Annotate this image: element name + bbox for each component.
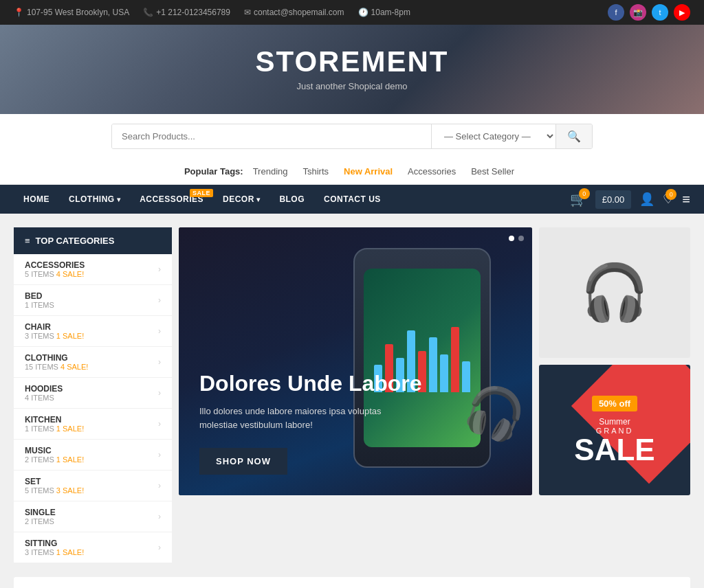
chevron-right-icon: ›	[158, 543, 161, 552]
sidebar-item-info: SITTING 3 ITEMS 1 SALE!	[25, 539, 84, 556]
right-panels: 🎧 50% off Summer GRAND SALE	[539, 227, 690, 563]
tag-accessories[interactable]: Accessories	[402, 164, 461, 179]
tag-best-seller[interactable]: Best Seller	[465, 164, 520, 179]
slider: 🎧 Dolores Unde Labore Illo dolores unde …	[179, 227, 532, 495]
sidebar-item-accessories[interactable]: ACCESSORIES 5 ITEMS 4 SALE! ›	[14, 254, 172, 285]
sidebar-item-info: HOODIES 4 ITEMS	[25, 384, 63, 402]
sidebar-item-chair[interactable]: CHAIR 3 ITEMS 1 SALE! ›	[14, 316, 172, 347]
sale-panel: 50% off Summer GRAND SALE	[539, 365, 690, 495]
chevron-right-icon: ›	[158, 419, 161, 429]
search-button[interactable]: 🔍	[556, 124, 592, 148]
sidebar-item-single[interactable]: SINGLE 2 ITEMS ›	[14, 501, 172, 532]
sidebar-item-sitting[interactable]: SITTING 3 ITEMS 1 SALE! ›	[14, 532, 172, 563]
nav-accessories[interactable]: ACCESSORIESSALE	[130, 185, 213, 214]
site-title: STOREMENT	[14, 45, 690, 78]
category-select[interactable]: — Select Category —	[432, 124, 556, 148]
cart-price: £0.00	[595, 190, 632, 209]
sidebar-item-clothing[interactable]: CLOTHING 15 ITEMS 4 SALE! ›	[14, 347, 172, 378]
sidebar-item-info: ACCESSORIES 5 ITEMS 4 SALE!	[25, 260, 85, 278]
nav-clothing[interactable]: CLOTHING ▾	[59, 185, 130, 214]
instagram-icon[interactable]: 📸	[630, 4, 646, 21]
chevron-right-icon: ›	[158, 264, 161, 274]
chevron-right-icon: ›	[158, 450, 161, 460]
sidebar-item-info: CHAIR 3 ITEMS 1 SALE!	[25, 322, 84, 340]
sidebar: ≡ TOP CATEGORIES ACCESSORIES 5 ITEMS 4 S…	[14, 227, 172, 563]
headphone-image: 🎧	[580, 260, 649, 325]
navbar: HOME CLOTHING ▾ ACCESSORIESSALE DECOR ▾ …	[0, 185, 704, 214]
sale-big-text: SALE	[574, 435, 654, 465]
list-icon: ≡	[25, 236, 30, 246]
cart-count: 0	[579, 188, 590, 199]
chevron-right-icon: ›	[158, 326, 161, 336]
nav-decor[interactable]: DECOR ▾	[213, 185, 270, 214]
top-bar-left: 📍 107-95 West Brooklyn, USA 📞 +1 212-012…	[14, 8, 410, 17]
chevron-right-icon: ›	[158, 388, 161, 398]
sidebar-item-info: CLOTHING 15 ITEMS 4 SALE!	[25, 353, 88, 371]
phone-icon: 📞	[143, 8, 153, 17]
nav-right: 🛒 0 £0.00 👤 ♡ 0 ≡	[570, 190, 690, 209]
search-input[interactable]	[112, 124, 431, 148]
sale-content: 50% off Summer GRAND SALE	[574, 396, 654, 465]
shop-now-button[interactable]: SHOP NOW	[199, 448, 287, 475]
dot-2[interactable]	[518, 236, 524, 241]
chevron-right-icon: ›	[158, 357, 161, 367]
headphone-panel: 🎧	[539, 227, 690, 358]
sidebar-item-info: KITCHEN 1 ITEMS 1 SALE!	[25, 415, 84, 433]
sidebar-header: ≡ TOP CATEGORIES	[14, 227, 172, 254]
chevron-right-icon: ›	[158, 512, 161, 521]
tag-new-arrival[interactable]: New Arrival	[338, 164, 398, 179]
sidebar-item-info: SET 5 ITEMS 3 SALE!	[25, 477, 84, 495]
clock-icon: 🕐	[358, 8, 368, 17]
slider-description: Illo dolores unde labore maiores ipsa vo…	[199, 405, 419, 431]
sidebar-item-info: BED 1 ITEMS	[25, 291, 54, 309]
dot-1[interactable]	[509, 236, 514, 241]
twitter-icon[interactable]: t	[652, 4, 668, 21]
user-button[interactable]: 👤	[639, 192, 654, 207]
youtube-icon[interactable]: ▶	[674, 4, 690, 21]
nav-left: HOME CLOTHING ▾ ACCESSORIESSALE DECOR ▾ …	[14, 185, 390, 214]
features-bar: ✈ FREE SHIPPING On all orders over $75.0…	[14, 577, 690, 588]
phone: 📞 +1 212-0123456789	[143, 8, 230, 17]
email: ✉ contact@shopemail.com	[244, 8, 344, 17]
location-icon: 📍	[14, 8, 24, 17]
popular-tags: Popular Tags: Trending Tshirts New Arriv…	[0, 159, 704, 185]
popular-tags-label: Popular Tags:	[184, 166, 243, 177]
sale-badge: SALE	[190, 189, 213, 197]
sidebar-items: ACCESSORIES 5 ITEMS 4 SALE! › BED 1 ITEM…	[14, 254, 172, 563]
tag-trending[interactable]: Trending	[248, 164, 294, 179]
main-content: ≡ TOP CATEGORIES ACCESSORIES 5 ITEMS 4 S…	[7, 220, 697, 570]
cart-button[interactable]: 🛒 0	[570, 191, 587, 207]
menu-button[interactable]: ≡	[682, 192, 690, 207]
sidebar-item-set[interactable]: SET 5 ITEMS 3 SALE! ›	[14, 471, 172, 501]
tag-tshirts[interactable]: Tshirts	[297, 164, 334, 179]
social-icons: f 📸 t ▶	[608, 4, 690, 21]
facebook-icon[interactable]: f	[608, 4, 624, 21]
nav-blog[interactable]: BLOG	[270, 185, 314, 214]
wishlist-button[interactable]: ♡ 0	[663, 192, 674, 207]
sidebar-item-kitchen[interactable]: KITCHEN 1 ITEMS 1 SALE! ›	[14, 409, 172, 440]
sidebar-item-music[interactable]: MUSIC 2 ITEMS 1 SALE! ›	[14, 440, 172, 471]
hero-banner: STOREMENT Just another Shopical demo	[0, 25, 704, 114]
sale-summer: Summer	[574, 417, 654, 427]
slider-title: Dolores Unde Labore	[199, 370, 422, 396]
sidebar-item-bed[interactable]: BED 1 ITEMS ›	[14, 285, 172, 316]
sidebar-item-hoodies[interactable]: HOODIES 4 ITEMS ›	[14, 378, 172, 409]
nav-home[interactable]: HOME	[14, 185, 59, 214]
nav-contact[interactable]: CONTACT US	[314, 185, 390, 214]
site-subtitle: Just another Shopical demo	[14, 81, 690, 91]
sidebar-item-info: SINGLE 2 ITEMS	[25, 508, 56, 525]
slider-dots	[509, 236, 524, 241]
email-icon: ✉	[244, 8, 251, 17]
slider-text: Dolores Unde Labore Illo dolores unde la…	[199, 370, 422, 475]
search-bar: — Select Category — 🔍	[0, 114, 704, 159]
sidebar-item-info: MUSIC 2 ITEMS 1 SALE!	[25, 446, 84, 464]
hero-slider-area: 🎧 Dolores Unde Labore Illo dolores unde …	[172, 220, 539, 570]
address: 📍 107-95 West Brooklyn, USA	[14, 8, 129, 17]
top-bar: 📍 107-95 West Brooklyn, USA 📞 +1 212-012…	[0, 0, 704, 25]
wish-count: 0	[666, 189, 676, 200]
chevron-right-icon: ›	[158, 295, 161, 305]
sale-off-badge: 50% off	[592, 396, 637, 411]
hours: 🕐 10am-8pm	[358, 8, 410, 17]
chevron-right-icon: ›	[158, 481, 161, 490]
